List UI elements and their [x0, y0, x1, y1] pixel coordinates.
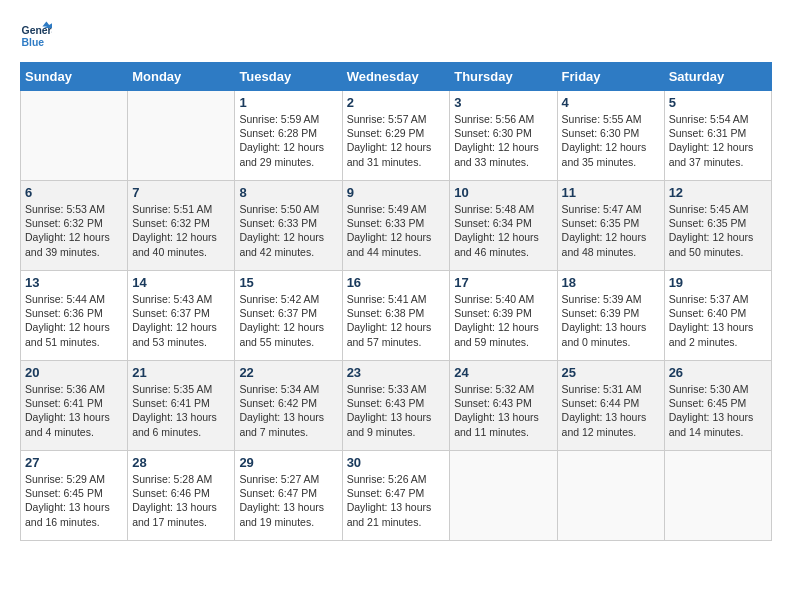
calendar-cell	[128, 91, 235, 181]
calendar-cell: 10Sunrise: 5:48 AMSunset: 6:34 PMDayligh…	[450, 181, 557, 271]
calendar-cell: 1Sunrise: 5:59 AMSunset: 6:28 PMDaylight…	[235, 91, 342, 181]
calendar-week-row: 27Sunrise: 5:29 AMSunset: 6:45 PMDayligh…	[21, 451, 772, 541]
day-number: 12	[669, 185, 767, 200]
day-info: Sunrise: 5:36 AMSunset: 6:41 PMDaylight:…	[25, 382, 123, 439]
day-info: Sunrise: 5:50 AMSunset: 6:33 PMDaylight:…	[239, 202, 337, 259]
day-number: 29	[239, 455, 337, 470]
calendar-cell: 11Sunrise: 5:47 AMSunset: 6:35 PMDayligh…	[557, 181, 664, 271]
day-number: 26	[669, 365, 767, 380]
day-info: Sunrise: 5:47 AMSunset: 6:35 PMDaylight:…	[562, 202, 660, 259]
day-info: Sunrise: 5:54 AMSunset: 6:31 PMDaylight:…	[669, 112, 767, 169]
day-number: 16	[347, 275, 446, 290]
logo-icon: General Blue	[20, 20, 52, 52]
calendar-cell	[21, 91, 128, 181]
day-info: Sunrise: 5:28 AMSunset: 6:46 PMDaylight:…	[132, 472, 230, 529]
day-number: 20	[25, 365, 123, 380]
weekday-header-cell: Tuesday	[235, 63, 342, 91]
day-number: 25	[562, 365, 660, 380]
day-number: 27	[25, 455, 123, 470]
calendar-cell: 2Sunrise: 5:57 AMSunset: 6:29 PMDaylight…	[342, 91, 450, 181]
calendar-cell: 21Sunrise: 5:35 AMSunset: 6:41 PMDayligh…	[128, 361, 235, 451]
day-info: Sunrise: 5:56 AMSunset: 6:30 PMDaylight:…	[454, 112, 552, 169]
weekday-header-cell: Wednesday	[342, 63, 450, 91]
calendar-cell: 29Sunrise: 5:27 AMSunset: 6:47 PMDayligh…	[235, 451, 342, 541]
weekday-header-cell: Friday	[557, 63, 664, 91]
calendar-cell: 15Sunrise: 5:42 AMSunset: 6:37 PMDayligh…	[235, 271, 342, 361]
calendar-cell: 30Sunrise: 5:26 AMSunset: 6:47 PMDayligh…	[342, 451, 450, 541]
header: General Blue	[20, 20, 772, 52]
day-number: 24	[454, 365, 552, 380]
day-info: Sunrise: 5:30 AMSunset: 6:45 PMDaylight:…	[669, 382, 767, 439]
weekday-header-row: SundayMondayTuesdayWednesdayThursdayFrid…	[21, 63, 772, 91]
calendar-cell: 23Sunrise: 5:33 AMSunset: 6:43 PMDayligh…	[342, 361, 450, 451]
calendar-cell: 19Sunrise: 5:37 AMSunset: 6:40 PMDayligh…	[664, 271, 771, 361]
day-number: 8	[239, 185, 337, 200]
logo: General Blue	[20, 20, 52, 52]
calendar-cell: 9Sunrise: 5:49 AMSunset: 6:33 PMDaylight…	[342, 181, 450, 271]
day-info: Sunrise: 5:48 AMSunset: 6:34 PMDaylight:…	[454, 202, 552, 259]
calendar-cell	[664, 451, 771, 541]
day-info: Sunrise: 5:42 AMSunset: 6:37 PMDaylight:…	[239, 292, 337, 349]
day-info: Sunrise: 5:43 AMSunset: 6:37 PMDaylight:…	[132, 292, 230, 349]
day-number: 23	[347, 365, 446, 380]
day-info: Sunrise: 5:35 AMSunset: 6:41 PMDaylight:…	[132, 382, 230, 439]
day-number: 15	[239, 275, 337, 290]
calendar-cell: 22Sunrise: 5:34 AMSunset: 6:42 PMDayligh…	[235, 361, 342, 451]
day-number: 7	[132, 185, 230, 200]
calendar-cell: 20Sunrise: 5:36 AMSunset: 6:41 PMDayligh…	[21, 361, 128, 451]
day-number: 5	[669, 95, 767, 110]
day-info: Sunrise: 5:37 AMSunset: 6:40 PMDaylight:…	[669, 292, 767, 349]
day-info: Sunrise: 5:59 AMSunset: 6:28 PMDaylight:…	[239, 112, 337, 169]
day-info: Sunrise: 5:51 AMSunset: 6:32 PMDaylight:…	[132, 202, 230, 259]
day-number: 11	[562, 185, 660, 200]
calendar-cell: 6Sunrise: 5:53 AMSunset: 6:32 PMDaylight…	[21, 181, 128, 271]
day-info: Sunrise: 5:26 AMSunset: 6:47 PMDaylight:…	[347, 472, 446, 529]
day-number: 4	[562, 95, 660, 110]
calendar-cell	[557, 451, 664, 541]
calendar-cell: 8Sunrise: 5:50 AMSunset: 6:33 PMDaylight…	[235, 181, 342, 271]
day-info: Sunrise: 5:57 AMSunset: 6:29 PMDaylight:…	[347, 112, 446, 169]
calendar-cell: 25Sunrise: 5:31 AMSunset: 6:44 PMDayligh…	[557, 361, 664, 451]
day-number: 6	[25, 185, 123, 200]
calendar-cell: 17Sunrise: 5:40 AMSunset: 6:39 PMDayligh…	[450, 271, 557, 361]
day-info: Sunrise: 5:40 AMSunset: 6:39 PMDaylight:…	[454, 292, 552, 349]
day-info: Sunrise: 5:31 AMSunset: 6:44 PMDaylight:…	[562, 382, 660, 439]
calendar-cell: 5Sunrise: 5:54 AMSunset: 6:31 PMDaylight…	[664, 91, 771, 181]
calendar-week-row: 6Sunrise: 5:53 AMSunset: 6:32 PMDaylight…	[21, 181, 772, 271]
day-info: Sunrise: 5:53 AMSunset: 6:32 PMDaylight:…	[25, 202, 123, 259]
day-info: Sunrise: 5:34 AMSunset: 6:42 PMDaylight:…	[239, 382, 337, 439]
calendar-table: SundayMondayTuesdayWednesdayThursdayFrid…	[20, 62, 772, 541]
day-info: Sunrise: 5:27 AMSunset: 6:47 PMDaylight:…	[239, 472, 337, 529]
day-number: 21	[132, 365, 230, 380]
weekday-header-cell: Saturday	[664, 63, 771, 91]
day-number: 9	[347, 185, 446, 200]
day-info: Sunrise: 5:55 AMSunset: 6:30 PMDaylight:…	[562, 112, 660, 169]
weekday-header-cell: Monday	[128, 63, 235, 91]
day-info: Sunrise: 5:29 AMSunset: 6:45 PMDaylight:…	[25, 472, 123, 529]
calendar-cell: 26Sunrise: 5:30 AMSunset: 6:45 PMDayligh…	[664, 361, 771, 451]
calendar-cell	[450, 451, 557, 541]
day-info: Sunrise: 5:32 AMSunset: 6:43 PMDaylight:…	[454, 382, 552, 439]
calendar-cell: 4Sunrise: 5:55 AMSunset: 6:30 PMDaylight…	[557, 91, 664, 181]
day-info: Sunrise: 5:33 AMSunset: 6:43 PMDaylight:…	[347, 382, 446, 439]
day-info: Sunrise: 5:45 AMSunset: 6:35 PMDaylight:…	[669, 202, 767, 259]
calendar-week-row: 13Sunrise: 5:44 AMSunset: 6:36 PMDayligh…	[21, 271, 772, 361]
day-number: 28	[132, 455, 230, 470]
svg-text:Blue: Blue	[22, 37, 45, 48]
day-number: 2	[347, 95, 446, 110]
calendar-cell: 28Sunrise: 5:28 AMSunset: 6:46 PMDayligh…	[128, 451, 235, 541]
calendar-cell: 14Sunrise: 5:43 AMSunset: 6:37 PMDayligh…	[128, 271, 235, 361]
calendar-cell: 13Sunrise: 5:44 AMSunset: 6:36 PMDayligh…	[21, 271, 128, 361]
calendar-cell: 18Sunrise: 5:39 AMSunset: 6:39 PMDayligh…	[557, 271, 664, 361]
calendar-cell: 3Sunrise: 5:56 AMSunset: 6:30 PMDaylight…	[450, 91, 557, 181]
day-number: 18	[562, 275, 660, 290]
day-number: 17	[454, 275, 552, 290]
weekday-header-cell: Thursday	[450, 63, 557, 91]
day-number: 13	[25, 275, 123, 290]
day-number: 14	[132, 275, 230, 290]
calendar-week-row: 1Sunrise: 5:59 AMSunset: 6:28 PMDaylight…	[21, 91, 772, 181]
day-number: 30	[347, 455, 446, 470]
day-number: 10	[454, 185, 552, 200]
day-info: Sunrise: 5:44 AMSunset: 6:36 PMDaylight:…	[25, 292, 123, 349]
calendar-cell: 7Sunrise: 5:51 AMSunset: 6:32 PMDaylight…	[128, 181, 235, 271]
